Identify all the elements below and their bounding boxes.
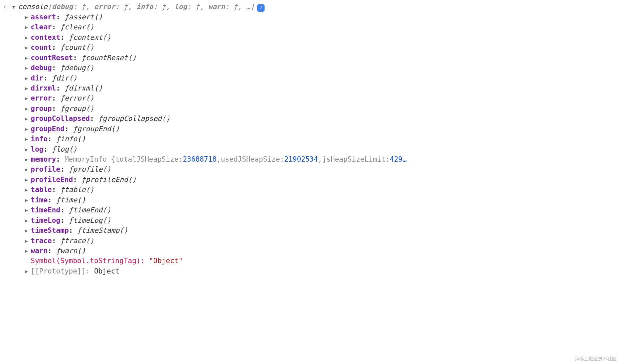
function-signature: log() xyxy=(56,144,77,154)
expand-caret-right-icon[interactable]: ▶ xyxy=(25,176,29,184)
property-key: profileEnd xyxy=(31,176,73,184)
property-row-info[interactable]: ▶info: ƒ info() xyxy=(0,134,620,144)
expand-caret-right-icon[interactable]: ▶ xyxy=(25,267,29,275)
function-glyph: ƒ xyxy=(73,124,77,134)
function-glyph: ƒ xyxy=(69,164,73,174)
expand-caret-right-icon[interactable]: ▶ xyxy=(25,95,29,102)
property-key: info xyxy=(31,135,48,143)
expand-caret-right-icon[interactable]: ▶ xyxy=(25,23,29,31)
property-row-dirxml[interactable]: ▶dirxml: ƒ dirxml() xyxy=(0,83,620,93)
property-row-count[interactable]: ▶count: ƒ count() xyxy=(0,42,620,52)
function-signature: timeEnd() xyxy=(73,205,111,215)
function-glyph: ƒ xyxy=(52,144,56,154)
function-glyph: ƒ xyxy=(60,236,65,246)
property-key: group xyxy=(31,105,52,113)
spacer xyxy=(25,257,29,265)
property-row-clear[interactable]: ▶clear: ƒ clear() xyxy=(0,22,620,32)
property-row-log[interactable]: ▶log: ƒ log() xyxy=(0,144,620,154)
function-signature: table() xyxy=(64,185,94,195)
property-row-countReset[interactable]: ▶countReset: ƒ countReset() xyxy=(0,53,620,63)
expand-caret-right-icon[interactable]: ▶ xyxy=(25,166,29,173)
symbol-key: Symbol(Symbol.toStringTag) xyxy=(31,256,141,266)
expand-caret-right-icon[interactable]: ▶ xyxy=(25,54,29,62)
property-row-dir[interactable]: ▶dir: ƒ dir() xyxy=(0,73,620,83)
expand-caret-right-icon[interactable]: ▶ xyxy=(25,44,29,51)
function-signature: trace() xyxy=(64,236,94,246)
expand-caret-right-icon[interactable]: ▶ xyxy=(25,34,29,41)
property-row-timeLog[interactable]: ▶timeLog: ƒ timeLog() xyxy=(0,215,620,225)
property-row-table[interactable]: ▶table: ƒ table() xyxy=(0,185,620,195)
property-key: timeEnd xyxy=(31,206,60,214)
prototype-key: [[Prototype]] xyxy=(31,266,86,276)
property-row-prototype[interactable]: ▶ [[Prototype]]: Object xyxy=(0,266,620,276)
property-row-trace[interactable]: ▶trace: ƒ trace() xyxy=(0,236,620,246)
expand-caret-right-icon[interactable]: ▶ xyxy=(25,217,29,224)
expand-caret-right-icon[interactable]: ▶ xyxy=(25,125,29,133)
function-signature: assert() xyxy=(69,12,103,22)
property-key: timeStamp xyxy=(31,226,69,234)
property-row-time[interactable]: ▶time: ƒ time() xyxy=(0,195,620,205)
property-key: debug xyxy=(31,64,52,72)
function-signature: info() xyxy=(60,134,86,144)
expand-caret-right-icon[interactable]: ▶ xyxy=(25,156,29,163)
function-glyph: ƒ xyxy=(60,185,65,195)
function-signature: groupCollapsed() xyxy=(103,114,170,124)
property-key: clear xyxy=(31,23,52,31)
property-row-context[interactable]: ▶context: ƒ context() xyxy=(0,32,620,42)
expand-caret-right-icon[interactable]: ▶ xyxy=(25,146,29,153)
function-glyph: ƒ xyxy=(60,22,65,32)
property-key: timeLog xyxy=(31,216,60,224)
chevron-left-icon: ‹ xyxy=(3,1,11,12)
expand-caret-right-icon[interactable]: ▶ xyxy=(25,196,29,204)
expand-caret-down-icon[interactable]: ▼ xyxy=(12,3,16,11)
property-row-profileEnd[interactable]: ▶profileEnd: ƒ profileEnd() xyxy=(0,175,620,185)
property-row-symbol[interactable]: Symbol(Symbol.toStringTag): "Object" xyxy=(0,256,620,266)
expand-caret-right-icon[interactable]: ▶ xyxy=(25,84,29,92)
expand-caret-right-icon[interactable]: ▶ xyxy=(25,237,29,245)
property-key: trace xyxy=(31,237,52,245)
function-glyph: ƒ xyxy=(56,246,60,256)
function-glyph: ƒ xyxy=(56,195,60,205)
function-glyph: ƒ xyxy=(52,73,56,83)
property-row-error[interactable]: ▶error: ƒ error() xyxy=(0,93,620,103)
expand-caret-right-icon[interactable]: ▶ xyxy=(25,227,29,234)
property-key: groupCollapsed xyxy=(31,115,90,123)
expand-caret-right-icon[interactable]: ▶ xyxy=(25,186,29,194)
expand-caret-right-icon[interactable]: ▶ xyxy=(25,74,29,82)
expand-caret-right-icon[interactable]: ▶ xyxy=(25,64,29,72)
function-signature: dirxml() xyxy=(69,83,103,93)
property-row-assert[interactable]: ▶assert: ƒ assert() xyxy=(0,12,620,22)
function-signature: debug() xyxy=(64,63,94,73)
function-signature: profile() xyxy=(73,164,111,174)
function-glyph: ƒ xyxy=(60,63,65,73)
function-signature: timeStamp() xyxy=(82,225,128,235)
property-row-group[interactable]: ▶group: ƒ group() xyxy=(0,104,620,114)
expand-caret-right-icon[interactable]: ▶ xyxy=(25,206,29,214)
function-glyph: ƒ xyxy=(56,134,60,144)
symbol-value: "Object" xyxy=(149,256,183,266)
console-output-header[interactable]: ‹ ▼ console {debug: ƒ, error: ƒ, info: ƒ… xyxy=(0,1,620,12)
property-key: log xyxy=(31,145,43,153)
expand-caret-right-icon[interactable]: ▶ xyxy=(25,115,29,123)
expand-caret-right-icon[interactable]: ▶ xyxy=(25,105,29,113)
property-row-memory[interactable]: ▶ memory: MemoryInfo { totalJSHeapSize: … xyxy=(0,154,620,164)
expand-caret-right-icon[interactable]: ▶ xyxy=(25,135,29,143)
property-key: time xyxy=(31,196,48,204)
property-row-groupEnd[interactable]: ▶groupEnd: ƒ groupEnd() xyxy=(0,124,620,134)
property-key: countReset xyxy=(31,54,73,62)
property-key: table xyxy=(31,186,52,194)
property-key: error xyxy=(31,94,52,102)
property-row-timeEnd[interactable]: ▶timeEnd: ƒ timeEnd() xyxy=(0,205,620,215)
expand-caret-right-icon[interactable]: ▶ xyxy=(25,247,29,255)
info-badge-icon[interactable]: i xyxy=(257,4,265,12)
expand-caret-right-icon[interactable]: ▶ xyxy=(25,13,29,21)
property-key: memory xyxy=(31,155,56,163)
property-row-warn[interactable]: ▶warn: ƒ warn() xyxy=(0,246,620,256)
property-key: context xyxy=(31,33,60,41)
function-signature: error() xyxy=(64,93,94,103)
property-row-debug[interactable]: ▶debug: ƒ debug() xyxy=(0,63,620,73)
property-row-groupCollapsed[interactable]: ▶groupCollapsed: ƒ groupCollapsed() xyxy=(0,114,620,124)
function-glyph: ƒ xyxy=(60,42,65,52)
property-row-profile[interactable]: ▶profile: ƒ profile() xyxy=(0,164,620,174)
property-row-timeStamp[interactable]: ▶timeStamp: ƒ timeStamp() xyxy=(0,225,620,235)
